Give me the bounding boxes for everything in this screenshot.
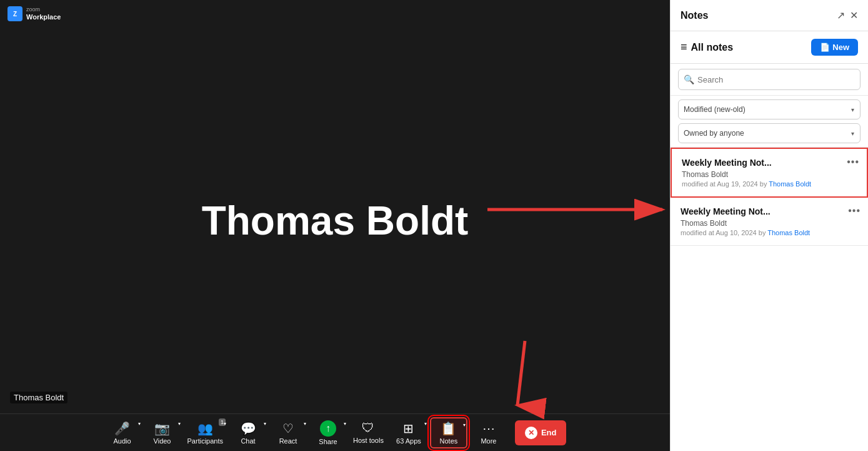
- note-item-1-modified: modified at Aug 19, 2024 by Thomas Boldt: [682, 180, 857, 188]
- presenter-name: Thomas Boldt: [202, 198, 469, 244]
- toolbar-react[interactable]: ♡ React ▾: [269, 417, 307, 448]
- audio-label: Audio: [113, 437, 131, 445]
- notes-header-actions: ↗ ✕: [837, 9, 858, 21]
- apps-label: 63 Apps: [396, 437, 421, 445]
- video-icon: 📷: [154, 421, 170, 436]
- participants-caret-icon[interactable]: ▾: [222, 421, 228, 427]
- audio-icon: 🎤: [114, 421, 130, 436]
- notes-toolbar: ≡ All notes 📄 New: [671, 31, 868, 64]
- more-icon: ⋯: [482, 421, 495, 436]
- note-item-2[interactable]: Weekly Meeting Not... Thomas Boldt modif…: [671, 198, 868, 246]
- apps-caret-icon[interactable]: ▾: [422, 421, 429, 427]
- all-notes-label: All notes: [691, 42, 734, 53]
- note-item-2-modified-by-link[interactable]: Thomas Boldt: [767, 229, 810, 236]
- app-name-line2: Workplace: [26, 13, 61, 21]
- filter-owner-select[interactable]: Owned by anyone: [678, 123, 861, 143]
- notes-icon: 📋: [441, 421, 456, 436]
- app-name-line1: zoom: [26, 7, 61, 13]
- search-wrapper: 🔍: [678, 69, 861, 90]
- filter-modified-row: Modified (new-old) ▾: [678, 99, 861, 119]
- end-icon: ✕: [525, 427, 537, 439]
- menu-icon[interactable]: ≡: [681, 41, 687, 54]
- participant-label: Thomas Boldt: [10, 392, 67, 403]
- chat-label: Chat: [241, 437, 255, 445]
- note-item-1-title: Weekly Meeting Not...: [682, 158, 857, 168]
- react-label: React: [279, 437, 297, 445]
- meeting-area: Thomas Boldt Thomas Boldt: [0, 28, 670, 413]
- apps-icon: ⊞: [403, 421, 414, 436]
- chat-icon: 💬: [241, 421, 256, 436]
- new-note-label: New: [832, 43, 849, 52]
- notes-panel-title: Notes: [681, 10, 708, 21]
- search-icon: 🔍: [684, 74, 694, 84]
- notes-external-link-icon[interactable]: ↗: [837, 9, 845, 21]
- notes-label: Notes: [440, 437, 458, 445]
- end-label: End: [541, 428, 557, 437]
- app-logo: Z zoom Workplace: [7, 6, 61, 21]
- react-icon: ♡: [282, 421, 294, 436]
- note-item-1-menu-icon[interactable]: •••: [847, 156, 859, 168]
- share-caret-icon[interactable]: ▾: [342, 421, 348, 427]
- notes-filters: Modified (new-old) ▾ Owned by anyone ▾: [671, 96, 868, 148]
- toolbar-more[interactable]: ⋯ More: [470, 417, 507, 448]
- host-tools-label: Host tools: [353, 437, 384, 444]
- notes-list: Weekly Meeting Not... Thomas Boldt modif…: [671, 148, 868, 451]
- note-item-2-modified: modified at Aug 10, 2024 by Thomas Boldt: [681, 229, 858, 236]
- all-notes-section: ≡ All notes: [681, 41, 733, 54]
- more-label: More: [481, 437, 496, 445]
- search-input[interactable]: [678, 69, 861, 90]
- share-icon: ↑: [326, 423, 331, 434]
- note-item-2-author: Thomas Boldt: [681, 219, 858, 228]
- video-caret-icon[interactable]: ▾: [176, 421, 182, 427]
- note-item-2-menu-icon[interactable]: •••: [848, 205, 861, 216]
- share-label: Share: [319, 438, 337, 445]
- toolbar-chat[interactable]: 💬 Chat ▾: [229, 417, 267, 448]
- new-note-button[interactable]: 📄 New: [811, 39, 858, 56]
- toolbar-apps[interactable]: ⊞ 63 Apps ▾: [390, 417, 427, 448]
- audio-caret-icon[interactable]: ▾: [136, 421, 142, 427]
- toolbar-host-tools[interactable]: 🛡 Host tools: [349, 417, 387, 448]
- notes-close-icon[interactable]: ✕: [850, 9, 858, 21]
- notes-panel: Notes ↗ ✕ ≡ All notes 📄 New 🔍 Modified (…: [670, 0, 868, 451]
- chat-caret-icon[interactable]: ▾: [262, 421, 268, 427]
- svg-text:Z: Z: [13, 11, 17, 18]
- participants-label: Participants: [187, 437, 223, 445]
- note-item-1-author: Thomas Boldt: [682, 170, 857, 179]
- note-item-2-title: Weekly Meeting Not...: [681, 206, 858, 216]
- end-button[interactable]: ✕ End: [515, 420, 567, 445]
- note-item-1-modified-by-link[interactable]: Thomas Boldt: [769, 180, 811, 188]
- notes-search-container: 🔍: [671, 64, 868, 96]
- share-icon-bg: ↑: [320, 420, 336, 437]
- video-label: Video: [154, 437, 171, 445]
- filter-owner-row: Owned by anyone ▾: [678, 123, 861, 143]
- toolbar-participants[interactable]: 👥 1 Participants ▾: [184, 417, 227, 448]
- react-caret-icon[interactable]: ▾: [302, 421, 308, 427]
- note-item-1[interactable]: Weekly Meeting Not... Thomas Boldt modif…: [671, 148, 868, 198]
- filter-modified-select[interactable]: Modified (new-old): [678, 99, 861, 119]
- toolbar-notes[interactable]: 📋 Notes ▾: [430, 417, 467, 448]
- toolbar-video[interactable]: 📷 Video ▾: [144, 417, 181, 448]
- toolbar: 🎤 Audio ▾ 📷 Video ▾ 👥 1 Participants ▾ 💬…: [0, 413, 670, 451]
- notes-caret-icon[interactable]: ▾: [461, 422, 467, 428]
- host-tools-icon: 🛡: [362, 421, 374, 435]
- toolbar-audio[interactable]: 🎤 Audio ▾: [104, 417, 141, 448]
- toolbar-share[interactable]: ↑ Share ▾: [309, 417, 347, 448]
- participants-icon: 👥: [197, 421, 213, 436]
- zoom-logo-icon: Z: [7, 6, 22, 21]
- new-note-icon: 📄: [820, 43, 830, 52]
- notes-header: Notes ↗ ✕: [671, 0, 868, 31]
